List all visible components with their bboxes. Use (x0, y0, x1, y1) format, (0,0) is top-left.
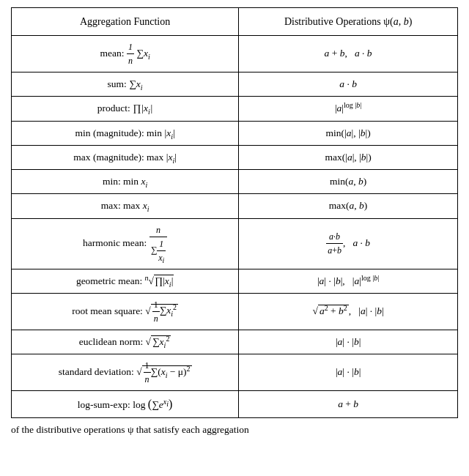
agg-cell: min (magnitude): min |xi| (12, 121, 239, 145)
agg-cell: max: max xi (12, 194, 239, 218)
agg-cell: mean: 1n ∑xi (12, 36, 239, 72)
agg-cell: euclidean norm: √∑xi2 (12, 330, 239, 354)
agg-cell: geometric mean: n√∏|xi| (12, 269, 239, 293)
table-row: max (magnitude): max |xi| max(|a|, |b|) (12, 145, 458, 169)
dist-cell: a·ba+b, a · b (239, 218, 458, 269)
bottom-text: of the distributive operations ψ that sa… (11, 424, 458, 436)
main-container: Aggregation Function Distributive Operat… (11, 7, 458, 436)
table-row: min (magnitude): min |xi| min(|a|, |b|) (12, 121, 458, 145)
dist-cell: min(a, b) (239, 170, 458, 194)
agg-cell: max (magnitude): max |xi| (12, 145, 239, 169)
table-row: euclidean norm: √∑xi2 |a| · |b| (12, 330, 458, 354)
dist-cell: √a2 + b2, |a| · |b| (239, 293, 458, 330)
dist-cell: |a| · |b| (239, 330, 458, 354)
table-row: root mean square: √1n∑xi2 √a2 + b2, |a| … (12, 293, 458, 330)
table-row: standard deviation: √1n∑(xi − μ)2 |a| · … (12, 354, 458, 391)
dist-cell: |a|log |b| (239, 97, 458, 121)
dist-cell: |a| · |b|, |a|log |b| (239, 269, 458, 293)
table-row: harmonic mean: n ∑1xi a·ba+b, a · b (12, 218, 458, 269)
dist-cell: a · b (239, 72, 458, 97)
dist-cell: a + b (239, 391, 458, 418)
table-row: sum: ∑xi a · b (12, 72, 458, 97)
agg-cell: log-sum-exp: log (∑exi) (12, 391, 239, 418)
dist-cell: |a| · |b| (239, 354, 458, 391)
col-header-dist: Distributive Operations ψ(a, b) (239, 8, 458, 36)
table-row: log-sum-exp: log (∑exi) a + b (12, 391, 458, 418)
dist-cell: max(|a|, |b|) (239, 145, 458, 169)
agg-cell: root mean square: √1n∑xi2 (12, 293, 239, 330)
agg-cell: harmonic mean: n ∑1xi (12, 218, 239, 269)
table-row: geometric mean: n√∏|xi| |a| · |b|, |a|lo… (12, 269, 458, 293)
dist-cell: min(|a|, |b|) (239, 121, 458, 145)
dist-cell: max(a, b) (239, 194, 458, 218)
agg-cell: sum: ∑xi (12, 72, 239, 97)
table-row: product: ∏|xi| |a|log |b| (12, 97, 458, 121)
agg-cell: product: ∏|xi| (12, 97, 239, 121)
agg-cell: standard deviation: √1n∑(xi − μ)2 (12, 354, 239, 391)
table-row: max: max xi max(a, b) (12, 194, 458, 218)
aggregation-table: Aggregation Function Distributive Operat… (11, 7, 458, 418)
col-header-agg: Aggregation Function (12, 8, 239, 36)
agg-cell: min: min xi (12, 170, 239, 194)
dist-cell: a + b, a · b (239, 36, 458, 72)
table-row: min: min xi min(a, b) (12, 170, 458, 194)
table-row: mean: 1n ∑xi a + b, a · b (12, 36, 458, 72)
